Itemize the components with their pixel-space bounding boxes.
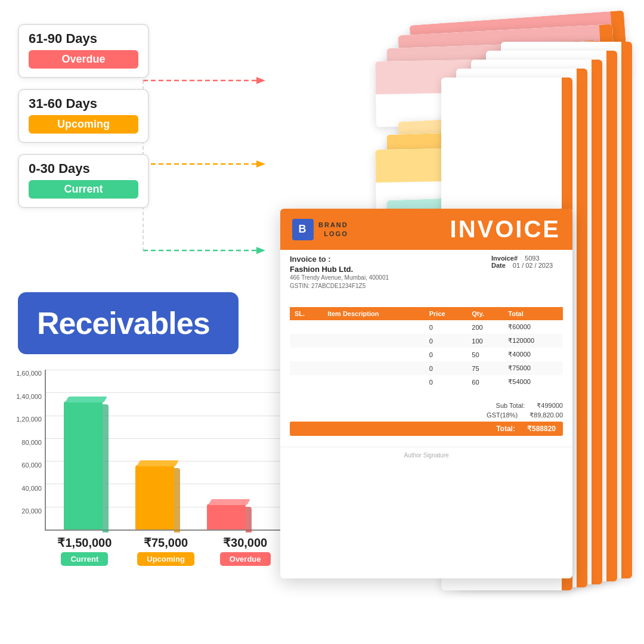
overdue-label-box: 61-90 Days Overdue	[18, 24, 149, 78]
chart-label-current: ₹1,50,000 Current	[57, 535, 112, 566]
bar-upcoming-group	[135, 465, 174, 530]
cell-4-1	[323, 375, 424, 389]
total-label: Total:	[496, 425, 515, 433]
upcoming-badge: Upcoming	[29, 115, 138, 134]
table-row: 0200₹60000	[290, 320, 563, 334]
cell-3-3: 75	[467, 361, 503, 375]
current-label-box: 0-30 Days Current	[18, 154, 149, 208]
table-row: 0100₹120000	[290, 334, 563, 348]
y-label-5: 40,000	[12, 485, 42, 492]
chart-badge-overdue: Overdue	[220, 552, 271, 566]
cell-4-0	[290, 375, 323, 389]
invoice-to-block: Invoice to : Fashion Hub Ltd. 466 Trendy…	[290, 255, 389, 290]
chart-label-overdue: ₹30,000 Overdue	[220, 535, 271, 566]
overdue-badge: Overdue	[29, 50, 138, 69]
upcoming-label-box: 31-60 Days Upcoming	[18, 89, 149, 143]
cell-2-0	[290, 348, 323, 361]
cell-4-2: 0	[425, 375, 467, 389]
chart-bottom-labels: ₹1,50,000 Current ₹75,000 Upcoming ₹30,0…	[45, 535, 283, 566]
chart-amount-upcoming: ₹75,000	[144, 535, 188, 550]
y-axis-labels: 1,60,000 1,40,000 1,20,000 80,000 60,000…	[12, 370, 42, 531]
col-total: Total	[503, 307, 563, 320]
bar-upcoming	[135, 465, 174, 530]
col-qty: Qty.	[467, 307, 503, 320]
chart-amount-current: ₹1,50,000	[57, 535, 112, 550]
cell-3-0	[290, 361, 323, 375]
bar-overdue-group	[207, 504, 246, 530]
grid-line-1	[46, 370, 283, 370]
cell-3-1	[323, 361, 424, 375]
y-label-3: 80,000	[12, 439, 42, 446]
col-sl: SL.	[290, 307, 323, 320]
chart-amount-overdue: ₹30,000	[223, 535, 267, 550]
arrows-svg	[137, 24, 286, 292]
bar-current	[64, 401, 103, 530]
cell-0-2: 0	[425, 320, 467, 334]
invoice-table-wrapper: SL. Item Description Price Qty. Total 02…	[280, 295, 572, 396]
receivables-banner: Receivables	[18, 292, 239, 354]
y-label-4: 60,000	[12, 462, 42, 469]
table-row: 060₹54000	[290, 375, 563, 389]
bar-overdue	[207, 504, 246, 530]
cell-3-4: ₹75000	[503, 361, 563, 375]
labels-section: 61-90 Days Overdue 31-60 Days Upcoming 0…	[18, 24, 149, 208]
invoice-footer: Author Signature	[280, 447, 572, 463]
cell-1-3: 100	[467, 334, 503, 348]
chart-section: 1,60,000 1,40,000 1,20,000 80,000 60,000…	[12, 358, 268, 572]
gst-row: GST(18%) ₹89,820.00	[290, 411, 563, 419]
total-final-row: Total: ₹588820	[290, 422, 563, 436]
brand-logo-icon: B	[292, 219, 314, 240]
invoice-top-row: Invoice to : Fashion Hub Ltd. 466 Trendy…	[280, 250, 572, 295]
table-header-row: SL. Item Description Price Qty. Total	[290, 307, 563, 320]
svg-marker-5	[256, 247, 265, 254]
svg-marker-1	[256, 77, 265, 84]
invoice-title: INVOICE	[450, 216, 561, 243]
grid-line-2	[46, 392, 283, 393]
cell-2-2: 0	[425, 348, 467, 361]
cell-1-2: 0	[425, 334, 467, 348]
y-label-1: 1,40,000	[12, 393, 42, 400]
bar-current-group	[64, 401, 103, 530]
current-days-text: 0-30 Days	[29, 161, 138, 177]
cell-0-3: 200	[467, 320, 503, 334]
col-price: Price	[425, 307, 467, 320]
invoice-meta-num: Invoice# 5093	[491, 255, 563, 262]
chart-badge-current: Current	[61, 552, 108, 566]
gst-value: ₹89,820.00	[530, 411, 563, 419]
invoice-totals: Sub Total: ₹499000 GST(18%) ₹89,820.00 T…	[280, 396, 572, 442]
invoice-num-label: Invoice#	[491, 255, 518, 262]
table-row: 050₹40000	[290, 348, 563, 361]
total-value: ₹588820	[527, 425, 556, 433]
y-label-2: 1,20,000	[12, 416, 42, 423]
subtotal-row: Sub Total: ₹499000	[290, 402, 563, 410]
invoice-num: 5093	[525, 255, 539, 262]
brand-logo-letter: B	[299, 223, 308, 236]
overdue-days-text: 61-90 Days	[29, 31, 138, 47]
chart-badge-upcoming: Upcoming	[137, 552, 194, 566]
current-badge: Current	[29, 180, 138, 199]
cell-0-4: ₹60000	[503, 320, 563, 334]
invoice-meta-block: Invoice# 5093 Date 01 / 02 / 2023	[491, 255, 563, 269]
cell-2-3: 50	[467, 348, 503, 361]
cell-3-2: 0	[425, 361, 467, 375]
cell-4-3: 60	[467, 375, 503, 389]
chart-area	[45, 370, 283, 531]
cell-2-4: ₹40000	[503, 348, 563, 361]
invoice-header: B BRAND LOGO INVOICE	[280, 209, 572, 250]
col-desc: Item Description	[323, 307, 424, 320]
cell-1-0	[290, 334, 323, 348]
svg-marker-3	[256, 160, 265, 168]
cell-0-1	[323, 320, 424, 334]
chart-label-upcoming: ₹75,000 Upcoming	[137, 535, 194, 566]
cell-1-4: ₹120000	[503, 334, 563, 348]
brand-logo-text-2: LOGO	[318, 230, 348, 238]
invoice-meta-date: Date 01 / 02 / 2023	[491, 262, 563, 269]
y-label-6: 20,000	[12, 507, 42, 515]
invoice-gstin: GSTIN: 27ABCDE1234F1Z5	[290, 282, 389, 290]
invoice-date: 01 / 02 / 2023	[513, 262, 553, 269]
subtotal-value: ₹499000	[537, 402, 563, 410]
invoice-address: 466 Trendy Avenue, Mumbai, 400001	[290, 274, 389, 282]
main-invoice: B BRAND LOGO INVOICE Invoice to : Fashio…	[280, 209, 572, 578]
cell-4-4: ₹54000	[503, 375, 563, 389]
author-signature: Author Signature	[404, 452, 448, 459]
